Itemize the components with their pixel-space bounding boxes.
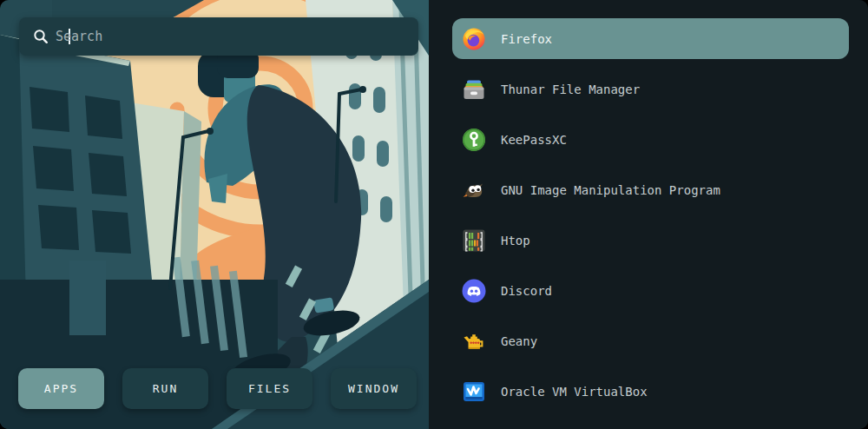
app-launcher-window: APPS RUN FILES WINDOW Firefox — [0, 0, 868, 429]
discord-icon — [462, 279, 486, 303]
result-row-thunar[interactable]: Thunar File Manager — [452, 69, 849, 109]
htop-icon — [462, 228, 486, 253]
tab-run[interactable]: RUN — [122, 368, 208, 409]
result-label: Oracle VM VirtualBox — [501, 385, 648, 399]
result-label: Geany — [501, 334, 537, 348]
result-row-htop[interactable]: Htop — [452, 220, 849, 261]
mode-tabs: APPS RUN FILES WINDOW — [18, 368, 417, 409]
wallpaper-panel: APPS RUN FILES WINDOW — [0, 0, 429, 429]
firefox-icon — [462, 27, 486, 51]
search-input[interactable] — [49, 17, 418, 56]
virtualbox-icon — [462, 380, 486, 404]
result-label: GNU Image Manipulation Program — [501, 183, 720, 197]
result-row-firefox[interactable]: Firefox — [452, 18, 849, 59]
tab-window[interactable]: WINDOW — [331, 368, 417, 409]
result-label: Htop — [501, 234, 530, 248]
result-row-discord[interactable]: Discord — [452, 270, 849, 311]
result-label: Thunar File Manager — [501, 82, 640, 96]
result-label: Discord — [501, 284, 552, 298]
result-row-geany[interactable]: Geany — [452, 320, 849, 361]
thunar-icon — [462, 77, 486, 102]
result-label: Firefox — [501, 32, 552, 46]
tab-files[interactable]: FILES — [227, 368, 312, 409]
gimp-icon — [462, 178, 486, 202]
geany-icon — [462, 329, 486, 353]
search-bar — [19, 17, 418, 56]
keepassxc-icon — [462, 128, 486, 152]
result-label: KeePassXC — [501, 133, 567, 147]
result-list: Firefox Thunar File Manager KeePassXC — [429, 0, 868, 429]
result-row-keepassxc[interactable]: KeePassXC — [452, 119, 849, 160]
result-row-gimp[interactable]: GNU Image Manipulation Program — [452, 169, 849, 210]
search-icon — [32, 28, 49, 45]
result-row-virtualbox[interactable]: Oracle VM VirtualBox — [452, 371, 849, 412]
tab-apps[interactable]: APPS — [18, 368, 104, 409]
city-walk-illustration — [0, 0, 429, 429]
